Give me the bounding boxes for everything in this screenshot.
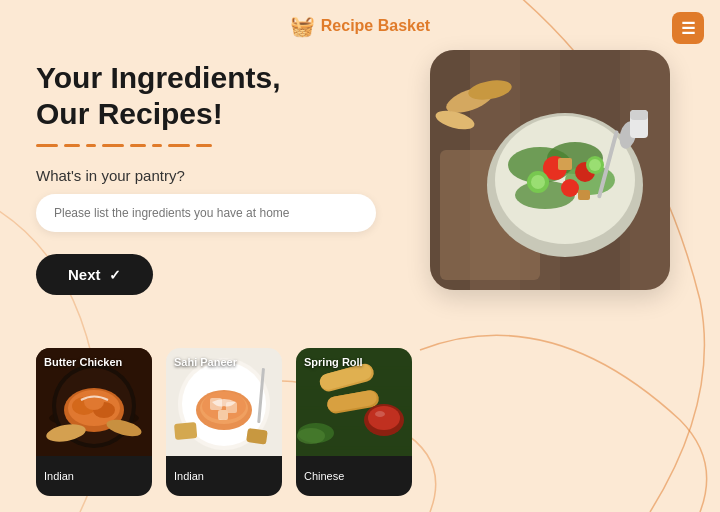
dot-6 [152,144,162,147]
card-3-title: Spring Roll [304,356,363,368]
recipe-card-sahi-paneer[interactable]: Sahi Paneer Indian [166,348,282,496]
recipe-cards: Butter Chicken Indian [36,348,412,496]
dot-8 [196,144,212,147]
dot-2 [64,144,80,147]
headline: Your Ingredients, Our Recipes! [36,60,416,132]
recipe-card-butter-chicken[interactable]: Butter Chicken Indian [36,348,152,496]
card-3-footer: Chinese [296,456,412,496]
svg-rect-23 [558,158,572,170]
svg-rect-50 [246,428,268,445]
header: 🧺 Recipe Basket ☰ [0,0,720,52]
svg-point-22 [589,159,601,171]
dot-4 [102,144,124,147]
divider-decoration [36,144,416,147]
dot-5 [130,144,146,147]
svg-point-65 [375,411,385,417]
dot-1 [36,144,58,147]
right-panel [416,50,684,295]
svg-rect-49 [174,422,197,440]
svg-point-18 [561,179,579,197]
basket-icon: 🧺 [290,14,315,38]
card-2-title: Sahi Paneer [174,356,237,368]
card-1-footer: Indian [36,456,152,496]
svg-point-67 [297,428,325,444]
recipe-card-spring-roll[interactable]: Spring Roll Chinese [296,348,412,496]
left-panel: Your Ingredients, Our Recipes! What's in… [36,60,416,295]
food-image [430,50,670,290]
pantry-label: What's in your pantry? [36,167,416,184]
svg-point-20 [531,175,545,189]
dot-3 [86,144,96,147]
card-1-title: Butter Chicken [44,356,122,368]
ingredient-input[interactable] [36,194,376,232]
svg-rect-28 [630,110,648,120]
next-button[interactable]: Next ✓ [36,254,153,295]
svg-point-64 [368,406,400,430]
next-label: Next [68,266,101,283]
menu-icon: ☰ [681,19,695,38]
dot-7 [168,144,190,147]
logo-area: 🧺 Recipe Basket [290,14,430,38]
menu-button[interactable]: ☰ [672,12,704,44]
card-2-footer: Indian [166,456,282,496]
check-icon: ✓ [109,267,121,283]
main-content: Your Ingredients, Our Recipes! What's in… [0,60,720,295]
svg-rect-24 [578,190,590,200]
brand-name: Recipe Basket [321,17,430,35]
